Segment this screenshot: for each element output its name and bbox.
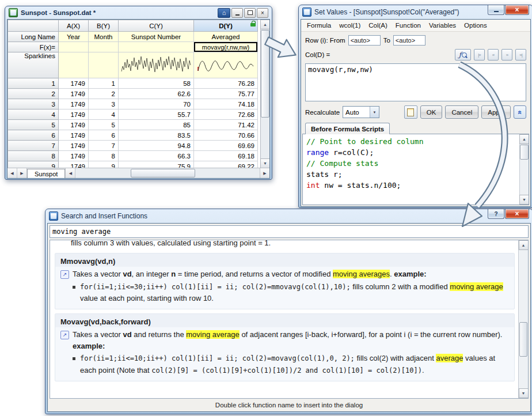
menu-col[interactable]: Col(A): [364, 21, 392, 30]
collapse-button[interactable]: «: [514, 105, 526, 119]
formula-editor[interactable]: movavg(r,nw,nw): [305, 63, 526, 101]
cell[interactable]: 72.68: [194, 109, 258, 120]
menu-function[interactable]: Function: [392, 21, 425, 30]
row-header[interactable]: 2: [8, 89, 59, 99]
row-header[interactable]: 6: [8, 130, 59, 141]
menu-wcol[interactable]: wcol(1): [335, 21, 364, 30]
help-link-icon[interactable]: ↗: [60, 270, 69, 279]
function-name-heading[interactable]: Movavg(vd,back,forward): [55, 314, 514, 327]
cell[interactable]: 7: [89, 141, 119, 151]
row-header-longname[interactable]: Long Name: [8, 32, 59, 42]
cell[interactable]: 1749: [59, 130, 89, 141]
scroll-down-icon[interactable]: ▼: [519, 195, 529, 205]
cell[interactable]: 69.18: [194, 151, 258, 161]
column-header-d[interactable]: D(Y): [194, 20, 258, 32]
cell[interactable]: 70.66: [194, 130, 258, 141]
cell[interactable]: 83.5: [119, 130, 194, 141]
scroll-up-icon[interactable]: ▲: [260, 20, 270, 29]
row-from-input[interactable]: [348, 35, 381, 46]
cell[interactable]: 1749: [59, 99, 89, 109]
longname-cell-d[interactable]: Averaged: [194, 32, 258, 42]
row-to-input[interactable]: [393, 35, 425, 46]
sparkline-cell-a[interactable]: [59, 52, 89, 78]
cell[interactable]: 71.42: [194, 120, 258, 130]
hscrollbar-thumb[interactable]: [131, 169, 195, 177]
cell[interactable]: 69.69: [194, 141, 258, 151]
sheet-tab-sunspot[interactable]: Sunspot: [27, 169, 65, 178]
ok-button[interactable]: OK: [420, 105, 443, 119]
column-header-a[interactable]: A(X): [59, 20, 89, 32]
cell[interactable]: 1749: [59, 78, 89, 89]
scroll-down-icon[interactable]: ▼: [519, 388, 529, 398]
scroll-left-icon[interactable]: ◀: [66, 168, 75, 178]
scrollbar-thumb[interactable]: [519, 322, 527, 357]
cell[interactable]: 4: [89, 109, 119, 120]
fx-cell-c[interactable]: [119, 42, 194, 52]
search-functions-button[interactable]: ƒ: [455, 49, 471, 60]
row-header[interactable]: 8: [8, 151, 59, 161]
tab-scroll-left-icon[interactable]: ◀: [7, 168, 17, 178]
search-functions-titlebar[interactable]: Search and Insert Functions ? ×: [47, 209, 531, 223]
fx-cell-b[interactable]: [89, 42, 119, 52]
worksheet-titlebar[interactable]: Sunspot - Sunspot.dat * ⌂ ×: [7, 6, 270, 19]
menu-variables[interactable]: Variables: [425, 21, 460, 30]
corner-cell[interactable]: [8, 20, 59, 32]
cell[interactable]: 6: [89, 130, 119, 141]
row-header[interactable]: 5: [8, 120, 59, 130]
longname-cell-c[interactable]: Sunspot Number: [119, 32, 194, 42]
apply-button[interactable]: Apply: [481, 105, 511, 119]
row-header[interactable]: 7: [8, 141, 59, 151]
row-header[interactable]: 3: [8, 99, 59, 109]
cell[interactable]: 2: [89, 89, 119, 99]
set-values-titlebar[interactable]: Set Values - [Sunspot]Sunspot!Col("Avera…: [301, 5, 531, 19]
minimize-button[interactable]: [488, 5, 504, 15]
close-button[interactable]: ×: [505, 5, 529, 15]
row-header[interactable]: 1: [8, 78, 59, 89]
menu-formula[interactable]: Formula: [303, 21, 335, 30]
scroll-up-icon[interactable]: ▲: [519, 134, 529, 144]
column-header-b[interactable]: B(Y): [89, 20, 119, 32]
restore-button[interactable]: [244, 8, 256, 18]
cell[interactable]: 55.7: [119, 109, 194, 120]
formula-theme-button[interactable]: [404, 105, 417, 119]
recalculate-select[interactable]: Auto ▼: [343, 106, 379, 118]
scroll-right-icon[interactable]: ▶: [260, 168, 269, 178]
row-header[interactable]: 4: [8, 109, 59, 120]
cell[interactable]: 85: [119, 120, 194, 130]
cell[interactable]: 58: [119, 78, 194, 89]
first-column-button[interactable]: |«: [474, 49, 485, 60]
prev-column-button[interactable]: «: [488, 49, 499, 60]
help-link-icon[interactable]: ↗: [60, 331, 69, 339]
results-scrollbar[interactable]: ▲ ▼: [518, 240, 528, 398]
script-scrollbar[interactable]: ▲ ▼: [519, 134, 529, 205]
cell[interactable]: 1749: [59, 141, 89, 151]
cell[interactable]: 3: [89, 99, 119, 109]
cell[interactable]: 5: [89, 120, 119, 130]
cancel-button[interactable]: Cancel: [445, 105, 478, 119]
column-header-c[interactable]: C(Y): [119, 20, 194, 32]
menu-options[interactable]: Options: [460, 21, 491, 30]
row-header-sparklines[interactable]: Sparklines: [8, 52, 59, 78]
scrollbar-thumb[interactable]: [261, 30, 269, 118]
sparkline-c[interactable]: [119, 52, 194, 78]
cell[interactable]: 94.8: [119, 141, 194, 151]
cell[interactable]: 1749: [59, 89, 89, 99]
fx-cell-d-selected[interactable]: movavg(r,nw,nw): [194, 42, 258, 52]
cell[interactable]: 66.3: [119, 151, 194, 161]
horizontal-scrollbar[interactable]: ◀ ▶: [65, 168, 269, 178]
cell[interactable]: 75.77: [194, 89, 258, 99]
home-button[interactable]: ⌂: [218, 8, 230, 18]
script-editor[interactable]: // Point to desired column range r=col(C…: [303, 134, 519, 205]
next-column-button[interactable]: »: [501, 49, 512, 60]
cell[interactable]: 62.6: [119, 89, 194, 99]
function-search-input[interactable]: [50, 225, 529, 238]
scrollbar-thumb[interactable]: [520, 145, 529, 160]
fx-cell-a[interactable]: [59, 42, 89, 52]
close-button[interactable]: ×: [505, 209, 529, 219]
tab-scroll-right-icon[interactable]: ▶: [17, 168, 27, 178]
cell[interactable]: 1: [89, 78, 119, 89]
close-button[interactable]: ×: [257, 8, 268, 18]
last-column-button[interactable]: »|: [515, 49, 526, 60]
cell[interactable]: 1749: [59, 120, 89, 130]
tab-before-formula-scripts[interactable]: Before Formula Scripts: [305, 123, 390, 134]
